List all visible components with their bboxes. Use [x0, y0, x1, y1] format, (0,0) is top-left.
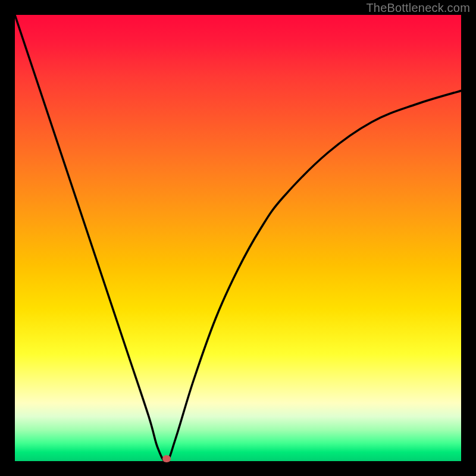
chart-frame: [15, 15, 461, 461]
watermark-text: TheBottleneck.com: [366, 1, 470, 15]
curve-path: [15, 15, 461, 461]
bottleneck-curve: [15, 15, 461, 461]
optimum-marker: [162, 455, 171, 462]
